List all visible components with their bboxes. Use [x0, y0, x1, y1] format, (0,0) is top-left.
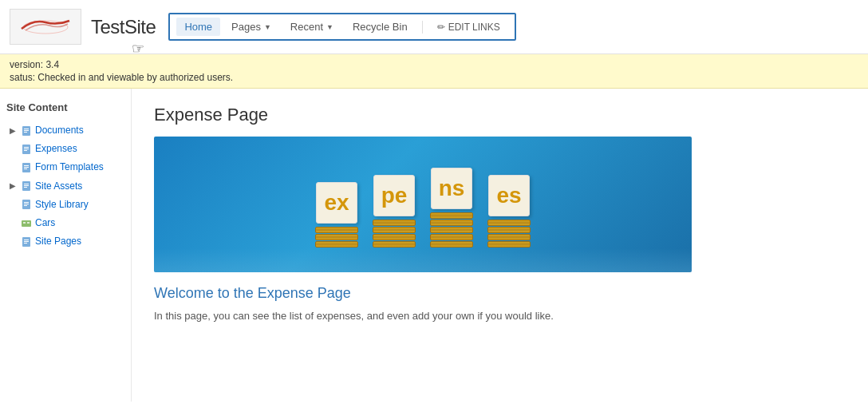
page-title: Expense Page	[154, 105, 846, 125]
welcome-title: Welcome to the Expense Page	[154, 285, 846, 302]
coin-row	[373, 241, 416, 248]
coins-es	[487, 220, 531, 248]
coin-row	[373, 220, 416, 226]
expense-hero-image: ex pe	[154, 137, 692, 272]
coin-row	[373, 227, 416, 233]
expenses-icon	[21, 144, 32, 155]
site-assets-icon	[21, 180, 32, 192]
nav-item-pages[interactable]: Pages ▼	[223, 18, 279, 36]
status-bar: version: 3.4 satus: Checked in and viewa…	[0, 54, 868, 89]
coins-ns	[430, 212, 473, 248]
svg-rect-21	[22, 220, 31, 227]
svg-rect-19	[24, 204, 29, 204]
nav-pages-label: Pages	[231, 21, 261, 33]
nav-edit-links[interactable]: ✏ EDIT LINKS	[429, 18, 508, 36]
coin-stacks-group: ex pe	[315, 168, 531, 256]
coin-stack-ex: ex	[315, 182, 358, 248]
nav-recycle-label: Recycle Bin	[353, 21, 408, 33]
letter-block-ns: ns	[431, 168, 472, 209]
svg-rect-8	[24, 150, 27, 151]
sidebar-item-site-assets[interactable]: ▶ Site Assets	[6, 177, 124, 196]
coin-stack-ns: ns	[430, 168, 473, 248]
svg-rect-11	[24, 167, 29, 168]
image-reflection	[154, 248, 692, 272]
coin-stack-pe: pe	[373, 175, 416, 248]
coin-row	[373, 234, 416, 240]
sidebar-item-site-pages[interactable]: Site Pages	[6, 232, 124, 251]
nav-item-home[interactable]: Home	[176, 18, 220, 36]
svg-rect-26	[24, 241, 29, 242]
coin-row	[430, 220, 473, 226]
nav-item-recent[interactable]: Recent ▼	[282, 18, 341, 36]
cars-label: Cars	[35, 216, 55, 231]
letter-block-ex: ex	[316, 182, 357, 224]
svg-rect-3	[24, 130, 29, 131]
site-logo	[10, 9, 81, 45]
coin-row	[487, 227, 531, 233]
sidebar-item-documents[interactable]: ▶ Documents	[6, 121, 124, 140]
main-layout: Site Content ▶ Documents Expenses	[0, 89, 868, 402]
svg-rect-23	[27, 222, 30, 224]
coins-pe	[373, 220, 416, 248]
coin-row	[315, 234, 358, 240]
documents-label: Documents	[35, 123, 84, 138]
coin-row	[315, 241, 358, 248]
site-title: TestSite	[91, 16, 156, 38]
svg-rect-6	[24, 147, 29, 148]
svg-rect-22	[23, 222, 26, 224]
nav-divider	[422, 21, 423, 34]
svg-rect-20	[24, 205, 27, 206]
coin-row	[487, 220, 531, 226]
status-row: satus: Checked in and viewable by author…	[10, 72, 858, 83]
version-row: version: 3.4	[10, 59, 858, 70]
edit-links-label: EDIT LINKS	[448, 22, 500, 33]
coin-row	[430, 212, 473, 219]
coin-row	[430, 234, 473, 240]
content-area: Expense Page ex pe	[132, 89, 868, 402]
coin-row	[430, 227, 473, 233]
svg-rect-14	[24, 184, 29, 184]
welcome-text: In this page, you can see the list of ex…	[154, 308, 846, 324]
site-pages-label: Site Pages	[35, 234, 81, 249]
sidebar-item-form-templates[interactable]: Form Templates	[6, 158, 124, 176]
svg-rect-18	[24, 202, 29, 203]
header: TestSite Home Pages ▼ Recent ▼ Recycle B…	[0, 0, 868, 54]
svg-rect-10	[24, 165, 29, 166]
status-value: Checked in and viewable by authorized us…	[37, 72, 233, 83]
cars-icon	[21, 218, 32, 229]
svg-rect-27	[24, 243, 27, 244]
form-templates-icon	[21, 162, 32, 173]
svg-rect-15	[24, 185, 29, 186]
version-value: 3.4	[45, 59, 59, 70]
coin-row	[487, 234, 531, 240]
coins-ex	[315, 227, 358, 248]
site-assets-label: Site Assets	[35, 179, 82, 194]
recent-dropdown-arrow: ▼	[326, 23, 333, 31]
svg-rect-25	[24, 240, 29, 240]
sidebar: Site Content ▶ Documents Expenses	[0, 89, 132, 402]
nav-item-recycle-bin[interactable]: Recycle Bin	[345, 18, 416, 36]
nav-recent-label: Recent	[290, 21, 323, 33]
svg-rect-16	[24, 187, 27, 188]
version-label: ersion:	[14, 59, 43, 70]
svg-rect-12	[24, 168, 27, 169]
coin-row	[430, 241, 473, 248]
letter-block-es: es	[488, 175, 530, 216]
sidebar-item-style-library[interactable]: Style Library	[6, 196, 124, 214]
documents-icon	[21, 125, 32, 137]
svg-rect-4	[24, 132, 27, 133]
site-pages-icon	[21, 236, 32, 248]
svg-rect-7	[24, 149, 29, 149]
logo-area: TestSite	[10, 9, 156, 45]
sidebar-item-cars[interactable]: Cars	[6, 214, 124, 232]
coin-stack-es: es	[487, 175, 531, 248]
pages-dropdown-arrow: ▼	[264, 23, 271, 31]
expand-arrow-site-assets: ▶	[10, 180, 18, 192]
coin-row	[487, 241, 531, 248]
style-library-label: Style Library	[35, 197, 89, 212]
sidebar-title: Site Content	[6, 101, 124, 113]
expand-arrow-documents: ▶	[10, 125, 18, 137]
letter-block-pe: pe	[373, 175, 415, 216]
sidebar-item-expenses[interactable]: Expenses	[6, 140, 124, 158]
status-label: atus:	[14, 72, 35, 83]
